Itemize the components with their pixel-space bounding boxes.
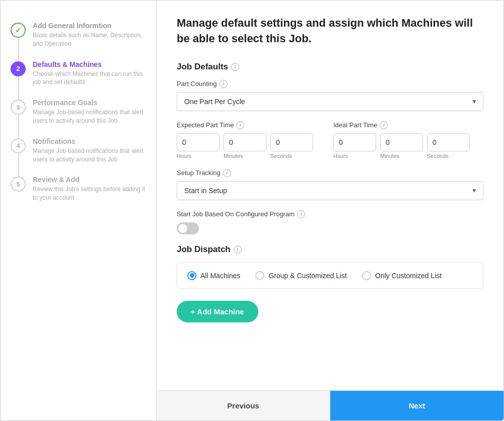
start-job-based-toggle[interactable] — [177, 222, 199, 234]
ideal-minutes-label: Minutes — [380, 153, 423, 159]
step-5-circle: 5 — [11, 177, 26, 192]
ideal-seconds-label: Seconds — [427, 153, 470, 159]
sidebar-step-5[interactable]: 5Review & AddReview this Job's settings … — [11, 170, 146, 208]
ideal-hours-label: Hours — [333, 153, 376, 159]
sidebar-step-1[interactable]: ✓Add General InformtionBasic details suc… — [11, 16, 146, 54]
expected-minutes-input[interactable] — [224, 133, 266, 151]
step-5-title: Review & Add — [33, 176, 146, 184]
main-panel: Manage default settings and assign which… — [157, 1, 503, 420]
step-1-desc: Basic details such as Name, Description,… — [33, 31, 146, 48]
ideal-part-time-info-icon[interactable]: i — [380, 121, 388, 129]
step-3-content: Performance GoalsManage Job-based notifi… — [33, 99, 146, 125]
setup-tracking-group: Setup Tracking i Start in SetupManualAut… — [177, 169, 483, 200]
setup-tracking-select-wrapper: Start in SetupManualAutomatic ▼ — [177, 181, 483, 200]
sidebar-step-4[interactable]: 4NotificationsManage Job-based notificat… — [11, 131, 146, 170]
dispatch-group-customized-label: Group & Customized List — [268, 272, 347, 280]
step-4-title: Notifications — [33, 137, 146, 145]
step-3-desc: Manage Job-based notifications that aler… — [33, 108, 146, 125]
expected-part-time-label: Expected Part Time — [177, 121, 234, 129]
dispatch-group-customized[interactable]: Group & Customized List — [255, 271, 347, 280]
ideal-part-time-group: Ideal Part Time i Hours Minutes — [333, 121, 470, 159]
expected-minutes-label: Minutes — [224, 153, 266, 159]
expected-seconds-unit: Seconds — [270, 133, 313, 159]
checkmark-icon: ✓ — [15, 26, 21, 34]
step-3-circle: 3 — [11, 100, 26, 115]
step-3-title: Performance Goals — [33, 99, 146, 107]
step-2-desc: Choose which Machines that can run this … — [33, 70, 146, 87]
ideal-seconds-input[interactable] — [427, 133, 470, 151]
expected-seconds-label: Seconds — [270, 153, 313, 159]
setup-tracking-info-icon[interactable]: i — [223, 169, 231, 177]
part-counting-label: Part Counting — [177, 80, 217, 88]
radio-all-machines-circle — [187, 271, 196, 280]
expected-part-time-group: Expected Part Time i Hours Minutes — [177, 121, 313, 159]
next-button[interactable]: Next — [330, 391, 503, 420]
start-job-based-group: Start Job Based On Configured Program i — [177, 210, 483, 234]
setup-tracking-select[interactable]: Start in SetupManualAutomatic — [177, 181, 483, 200]
ideal-seconds-unit: Seconds — [427, 133, 470, 159]
part-counting-select-wrapper: One Part Per CycleMultiple Parts Per Cyc… — [177, 92, 483, 111]
ideal-hours-input[interactable] — [333, 133, 376, 151]
sidebar-step-3[interactable]: 3Performance GoalsManage Job-based notif… — [11, 93, 146, 131]
job-defaults-info-icon[interactable]: i — [231, 63, 239, 71]
expected-part-time-info-icon[interactable]: i — [236, 121, 244, 129]
dispatch-only-customized[interactable]: Only Customized List — [362, 271, 442, 280]
step-4-circle: 4 — [11, 138, 26, 153]
start-job-based-label: Start Job Based On Configured Program — [177, 210, 295, 218]
job-dispatch-section: Job Dispatch i All Machines Group & Cust… — [177, 244, 483, 289]
step-4-desc: Manage Job-based notifications that aler… — [33, 147, 146, 164]
step-5-content: Review & AddReview this Job's settings b… — [33, 176, 146, 202]
part-time-section: Expected Part Time i Hours Minutes — [177, 121, 483, 159]
footer: Previous Next — [157, 390, 503, 420]
toggle-slider — [177, 222, 199, 234]
ideal-hours-unit: Hours — [333, 133, 376, 159]
dispatch-all-machines-label: All Machines — [200, 272, 240, 280]
step-1-content: Add General InformtionBasic details such… — [33, 22, 146, 48]
step-1-circle: ✓ — [11, 23, 26, 38]
job-dispatch-title: Job Dispatch — [177, 244, 231, 255]
ideal-minutes-input[interactable] — [380, 133, 423, 151]
dispatch-options-box: All Machines Group & Customized List Onl… — [177, 263, 483, 289]
step-4-content: NotificationsManage Job-based notificati… — [33, 137, 146, 164]
part-counting-info-icon[interactable]: i — [220, 80, 228, 88]
step-2-title: Defaults & Machines — [33, 60, 146, 68]
part-counting-group: Part Counting i One Part Per CycleMultip… — [177, 80, 483, 111]
page-heading: Manage default settings and assign which… — [177, 16, 483, 47]
sidebar: ✓Add General InformtionBasic details suc… — [1, 1, 157, 420]
previous-button[interactable]: Previous — [157, 391, 330, 420]
radio-only-customized-circle — [362, 271, 371, 280]
setup-tracking-label: Setup Tracking — [177, 169, 221, 177]
dispatch-all-machines[interactable]: All Machines — [187, 271, 240, 280]
expected-minutes-unit: Minutes — [224, 133, 266, 159]
step-1-title: Add General Informtion — [33, 22, 146, 30]
step-2-circle: 2 — [11, 61, 26, 76]
job-defaults-section: Job Defaults i Part Counting i One Part … — [177, 62, 483, 234]
dispatch-only-customized-label: Only Customized List — [375, 272, 442, 280]
expected-seconds-input[interactable] — [270, 133, 313, 151]
step-2-content: Defaults & MachinesChoose which Machines… — [33, 60, 146, 87]
sidebar-step-2[interactable]: 2Defaults & MachinesChoose which Machine… — [11, 54, 146, 93]
part-counting-select[interactable]: One Part Per CycleMultiple Parts Per Cyc… — [177, 92, 483, 111]
step-5-desc: Review this Job's settings before adding… — [33, 185, 146, 202]
ideal-part-time-label: Ideal Part Time — [333, 121, 377, 129]
start-job-based-info-icon[interactable]: i — [297, 210, 305, 218]
expected-hours-unit: Hours — [177, 133, 220, 159]
ideal-minutes-unit: Minutes — [380, 133, 423, 159]
expected-hours-input[interactable] — [177, 133, 220, 151]
expected-hours-label: Hours — [177, 153, 220, 159]
job-defaults-title: Job Defaults — [177, 62, 228, 72]
radio-group-customized-circle — [255, 271, 264, 280]
job-dispatch-info-icon[interactable]: i — [234, 245, 242, 254]
add-machine-button[interactable]: + Add Machine — [177, 301, 258, 322]
